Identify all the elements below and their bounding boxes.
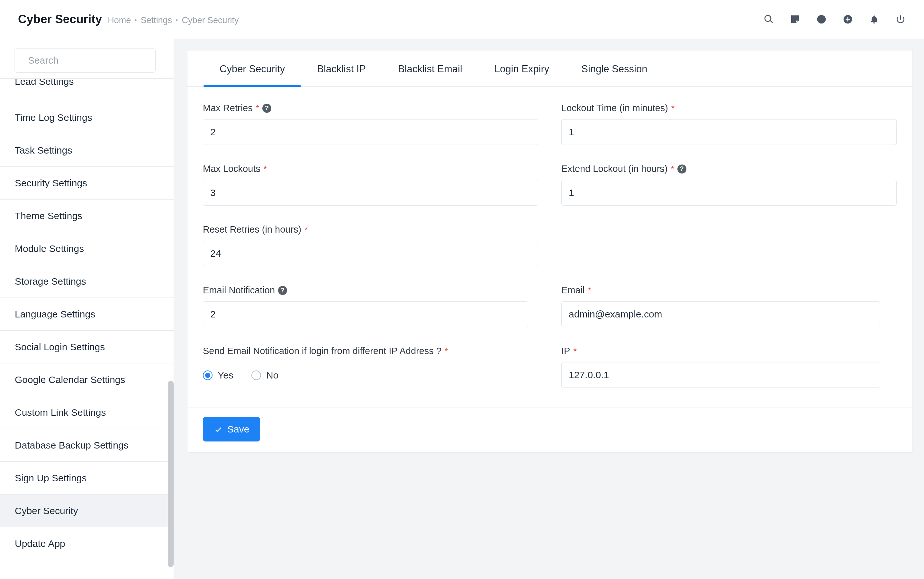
sidebar-item-storage-settings[interactable]: Storage Settings — [0, 265, 174, 298]
search-input[interactable] — [27, 55, 151, 66]
field-label-row: Email Notification ? — [203, 285, 538, 296]
sidebar-item-label: Google Calendar Settings — [15, 375, 125, 385]
sticky-note-icon[interactable] — [790, 14, 801, 25]
diff-ip-radio-group: Yes No — [203, 362, 538, 381]
sidebar-item-sign-up-settings[interactable]: Sign Up Settings — [0, 462, 174, 494]
main: Cyber Security Blacklist IP Blacklist Em… — [174, 39, 924, 579]
help-icon[interactable]: ? — [677, 165, 686, 173]
sidebar-item-task-settings[interactable]: Task Settings — [0, 134, 174, 167]
save-button[interactable]: Save — [203, 417, 260, 442]
required-marker: * — [256, 104, 259, 113]
breadcrumb-home[interactable]: Home — [108, 15, 131, 25]
breadcrumb-settings[interactable]: Settings — [141, 15, 172, 25]
field-label-row: Max Retries * ? — [203, 103, 538, 113]
sidebar-item-update-app[interactable]: Update App — [0, 527, 174, 560]
sidebar-item-language-settings[interactable]: Language Settings — [0, 298, 174, 330]
sidebar-item-label: Time Log Settings — [15, 112, 92, 123]
field-label: Send Email Notification if login from di… — [203, 346, 441, 357]
field-extend-lockout: Extend Lockout (in hours) * ? — [561, 164, 897, 206]
breadcrumb-current: Cyber Security — [182, 15, 239, 25]
sidebar-item-custom-link-settings[interactable]: Custom Link Settings — [0, 396, 174, 429]
required-marker: * — [445, 347, 448, 355]
field-email: Email * — [561, 285, 897, 327]
field-label-row: Send Email Notification if login from di… — [203, 346, 538, 357]
sidebar-scrollbar[interactable] — [168, 381, 174, 567]
tab-login-expiry[interactable]: Login Expiry — [478, 51, 565, 87]
sidebar-item-label: Security Settings — [15, 178, 87, 189]
ip-input[interactable] — [561, 362, 880, 388]
field-diff-ip: Send Email Notification if login from di… — [203, 346, 538, 388]
radio-icon — [203, 370, 213, 380]
field-label: IP — [561, 346, 570, 357]
form-body: Max Retries * ? Lockout Time (in minutes… — [187, 87, 912, 407]
field-label: Lockout Time (in minutes) — [561, 103, 668, 113]
field-lockout-time: Lockout Time (in minutes) * — [561, 103, 897, 145]
sidebar-item-time-log-settings[interactable]: Time Log Settings — [0, 101, 174, 134]
bell-icon[interactable] — [869, 14, 880, 25]
sidebar: Lead Settings Time Log Settings Task Set… — [0, 39, 174, 579]
tabs: Cyber Security Blacklist IP Blacklist Em… — [187, 51, 912, 87]
field-label: Max Lockouts — [203, 164, 260, 174]
field-label-row: Extend Lockout (in hours) * ? — [561, 164, 897, 174]
search-box[interactable] — [14, 48, 156, 73]
breadcrumb-sep: • — [135, 17, 137, 24]
max-retries-input[interactable] — [203, 119, 538, 145]
diff-ip-yes[interactable]: Yes — [203, 370, 233, 381]
sidebar-item-lead-settings[interactable]: Lead Settings — [0, 79, 174, 101]
reset-retries-input[interactable] — [203, 240, 538, 267]
sidebar-item-label: Task Settings — [15, 145, 72, 156]
tab-cyber-security[interactable]: Cyber Security — [203, 51, 301, 87]
topbar-actions — [763, 14, 906, 25]
field-label-row: IP * — [561, 346, 897, 357]
sidebar-item-theme-settings[interactable]: Theme Settings — [0, 200, 174, 232]
sidebar-item-label: Sign Up Settings — [15, 473, 87, 484]
sidebar-item-label: Cyber Security — [15, 505, 78, 516]
sidebar-item-google-calendar-settings[interactable]: Google Calendar Settings — [0, 363, 174, 396]
sidebar-item-database-backup-settings[interactable]: Database Backup Settings — [0, 429, 174, 462]
diff-ip-no[interactable]: No — [251, 370, 279, 381]
sidebar-item-label: Update App — [15, 538, 65, 549]
check-icon — [214, 425, 223, 434]
sidebar-item-label: Database Backup Settings — [15, 440, 129, 451]
lockout-time-input[interactable] — [561, 119, 897, 145]
max-lockouts-input[interactable] — [203, 180, 538, 206]
sidebar-item-label: Theme Settings — [15, 211, 82, 221]
sidebar-item-security-settings[interactable]: Security Settings — [0, 167, 174, 200]
tab-blacklist-ip[interactable]: Blacklist IP — [301, 51, 382, 87]
field-label-row: Email * — [561, 285, 897, 296]
save-button-label: Save — [227, 424, 249, 435]
field-reset-retries: Reset Retries (in hours) * — [203, 224, 538, 267]
sidebar-item-module-settings[interactable]: Module Settings — [0, 232, 174, 265]
email-notification-input[interactable] — [203, 301, 528, 327]
form-grid: Max Retries * ? Lockout Time (in minutes… — [203, 103, 897, 388]
radio-label: No — [266, 370, 279, 381]
help-icon[interactable]: ? — [262, 104, 271, 113]
field-label-row: Reset Retries (in hours) * — [203, 224, 538, 235]
field-max-retries: Max Retries * ? — [203, 103, 538, 145]
sidebar-item-social-login-settings[interactable]: Social Login Settings — [0, 330, 174, 363]
field-label: Reset Retries (in hours) — [203, 224, 301, 235]
breadcrumbs: Home • Settings • Cyber Security — [108, 15, 239, 25]
power-icon[interactable] — [895, 14, 906, 25]
topbar: Cyber Security Home • Settings • Cyber S… — [0, 0, 924, 39]
sidebar-item-label: Language Settings — [15, 309, 95, 320]
help-icon[interactable]: ? — [278, 286, 287, 295]
sidebar-item-label: Social Login Settings — [15, 342, 105, 352]
extend-lockout-input[interactable] — [561, 180, 897, 206]
sidebar-list: Lead Settings Time Log Settings Task Set… — [0, 79, 174, 579]
tab-single-session[interactable]: Single Session — [565, 51, 663, 87]
settings-card: Cyber Security Blacklist IP Blacklist Em… — [187, 50, 913, 453]
required-marker: * — [573, 347, 577, 355]
search-icon[interactable] — [763, 14, 774, 25]
email-input[interactable] — [561, 301, 880, 327]
sidebar-item-cyber-security[interactable]: Cyber Security — [0, 494, 174, 527]
tab-blacklist-email[interactable]: Blacklist Email — [382, 51, 478, 87]
required-marker: * — [588, 286, 591, 294]
sidebar-item-label: Custom Link Settings — [15, 407, 106, 418]
radio-icon — [251, 370, 261, 380]
required-marker: * — [305, 226, 308, 234]
clock-icon[interactable] — [816, 14, 827, 25]
sidebar-search — [0, 39, 174, 79]
plus-circle-icon[interactable] — [842, 14, 853, 25]
required-marker: * — [264, 165, 267, 173]
